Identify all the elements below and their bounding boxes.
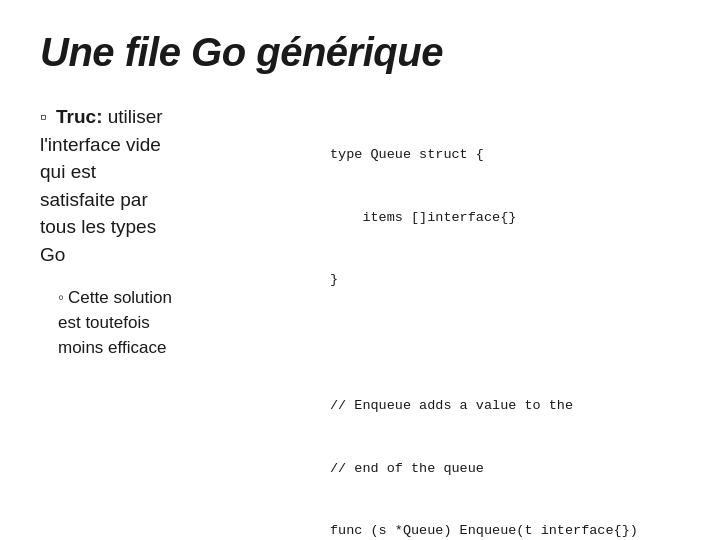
code-line-5: // Enqueue adds a value to the [330,396,680,417]
code-line-2: items []interface{} [330,208,680,229]
content-area: ▫ Truc: utiliserl'interface videqui ests… [40,103,680,540]
main-bullet-label: Truc: utiliserl'interface videqui estsat… [40,106,163,265]
code-panel: type Queue struct { items []interface{} … [330,103,680,540]
sub-bullet-text: Cette solutionest toutefoismoins efficac… [58,288,172,356]
left-panel: ▫ Truc: utiliserl'interface videqui ests… [40,103,300,540]
page-title: Une file Go générique [40,30,680,75]
sub-bullet: ◦Cette solutionest toutefoismoins effica… [40,286,300,360]
page: Une file Go générique ▫ Truc: utiliserl'… [0,0,720,540]
code-line-6: // end of the queue [330,459,680,480]
code-line-1: type Queue struct { [330,145,680,166]
code-line-7: func (s *Queue) Enqueue(t interface{}) [330,521,680,540]
sub-bullet-symbol: ◦ [58,288,64,307]
main-bullet: ▫ Truc: utiliserl'interface videqui ests… [40,103,300,268]
code-line-4 [330,333,680,354]
main-bullet-symbol: ▫ [40,106,47,127]
code-line-3: } [330,270,680,291]
